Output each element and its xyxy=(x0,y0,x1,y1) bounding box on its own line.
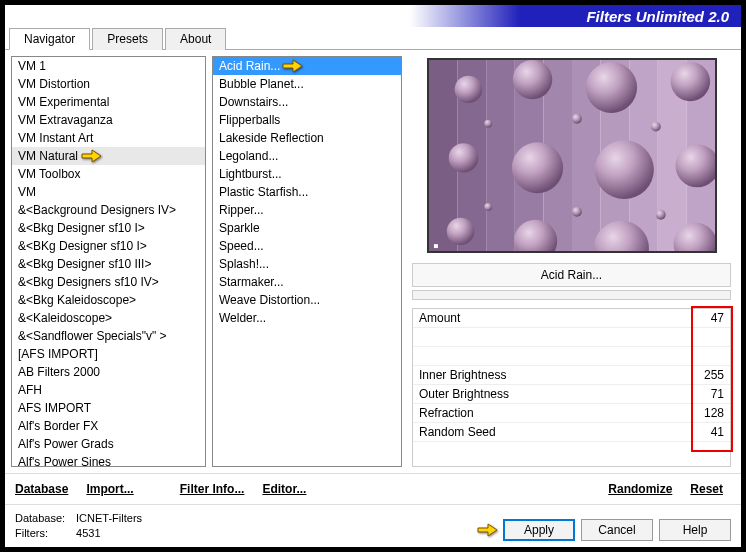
list-item[interactable]: VM Natural xyxy=(12,147,205,165)
list-item[interactable]: Flipperballs xyxy=(213,111,401,129)
list-item[interactable]: &<Kaleidoscope> xyxy=(12,309,205,327)
list-item[interactable]: Legoland... xyxy=(213,147,401,165)
database-link[interactable]: Database xyxy=(15,482,68,496)
list-item[interactable]: Bubble Planet... xyxy=(213,75,401,93)
list-item[interactable]: Ripper... xyxy=(213,201,401,219)
parameter-panel: Amount47..Inner Brightness255Outer Brigh… xyxy=(412,308,731,467)
list-item[interactable]: VM Instant Art xyxy=(12,129,205,147)
filters-value: 4531 xyxy=(76,526,100,541)
db-label: Database: xyxy=(15,511,73,526)
list-item[interactable]: Welder... xyxy=(213,309,401,327)
svg-point-13 xyxy=(670,62,709,101)
param-label: Refraction xyxy=(419,406,689,420)
svg-point-27 xyxy=(655,210,665,220)
import-link[interactable]: Import... xyxy=(86,482,133,496)
list-item[interactable]: VM Extravaganza xyxy=(12,111,205,129)
list-item[interactable]: Starmaker... xyxy=(213,273,401,291)
param-row-empty: . xyxy=(413,328,730,347)
param-label: Random Seed xyxy=(419,425,689,439)
preview-image xyxy=(427,58,717,253)
db-value: ICNET-Filters xyxy=(76,511,142,526)
param-label: Outer Brightness xyxy=(419,387,689,401)
randomize-link[interactable]: Randomize xyxy=(608,482,672,496)
footer-buttons: Apply Cancel Help xyxy=(503,519,731,541)
param-row[interactable]: Inner Brightness255 xyxy=(413,366,730,385)
category-list[interactable]: VM 1VM DistortionVM ExperimentalVM Extra… xyxy=(11,56,206,467)
list-item[interactable]: Alf's Power Grads xyxy=(12,435,205,453)
list-item[interactable]: Downstairs... xyxy=(213,93,401,111)
param-value: 128 xyxy=(689,406,724,420)
list-item[interactable]: VM xyxy=(12,183,205,201)
param-row[interactable]: Refraction128 xyxy=(413,404,730,423)
footer: Database: ICNET-Filters Filters: 4531 Ap… xyxy=(5,504,741,547)
svg-point-24 xyxy=(650,122,660,132)
list-item[interactable]: Alf's Power Sines xyxy=(12,453,205,467)
list-item[interactable]: Alf's Border FX xyxy=(12,417,205,435)
cancel-button[interactable]: Cancel xyxy=(581,519,653,541)
svg-point-25 xyxy=(484,203,492,211)
param-value: 41 xyxy=(689,425,724,439)
svg-point-11 xyxy=(512,60,551,99)
pointer-icon xyxy=(281,56,305,75)
filters-label: Filters: xyxy=(15,526,73,541)
footer-info: Database: ICNET-Filters Filters: 4531 xyxy=(15,511,503,541)
param-row[interactable]: Random Seed41 xyxy=(413,423,730,442)
tab-presets[interactable]: Presets xyxy=(92,28,163,50)
list-item[interactable]: Splash!... xyxy=(213,255,401,273)
list-item[interactable]: &<Bkg Kaleidoscope> xyxy=(12,291,205,309)
param-label: . xyxy=(419,349,689,363)
list-item[interactable]: AB Filters 2000 xyxy=(12,363,205,381)
svg-point-14 xyxy=(448,143,478,172)
param-row[interactable]: Outer Brightness71 xyxy=(413,385,730,404)
param-row[interactable]: Amount47 xyxy=(413,309,730,328)
svg-point-10 xyxy=(454,76,482,103)
list-item[interactable]: &<BKg Designer sf10 I> xyxy=(12,237,205,255)
pointer-icon xyxy=(80,145,104,165)
tab-about[interactable]: About xyxy=(165,28,226,50)
list-item[interactable]: &<Bkg Designers sf10 IV> xyxy=(12,273,205,291)
editor-link[interactable]: Editor... xyxy=(262,482,306,496)
list-item[interactable]: Weave Distortion... xyxy=(213,291,401,309)
svg-point-12 xyxy=(585,62,636,113)
filter-name-label: Acid Rain... xyxy=(412,263,731,287)
param-row-empty: . xyxy=(413,347,730,366)
filter-info-link[interactable]: Filter Info... xyxy=(180,482,245,496)
filter-list[interactable]: Acid Rain...Bubble Planet...Downstairs..… xyxy=(212,56,402,467)
apply-button[interactable]: Apply xyxy=(503,519,575,541)
param-value: 71 xyxy=(689,387,724,401)
dialog-window: Filters Unlimited 2.0 NavigatorPresetsAb… xyxy=(4,4,742,548)
list-item[interactable]: AFH xyxy=(12,381,205,399)
list-item[interactable]: VM Experimental xyxy=(12,93,205,111)
preview-column: Acid Rain... Amount47..Inner Brightness2… xyxy=(408,56,735,467)
list-item[interactable]: VM 1 xyxy=(12,57,205,75)
list-item[interactable]: &<Bkg Designer sf10 III> xyxy=(12,255,205,273)
svg-point-16 xyxy=(594,140,653,199)
svg-point-15 xyxy=(511,142,562,193)
svg-rect-28 xyxy=(433,244,437,248)
list-item[interactable]: VM Distortion xyxy=(12,75,205,93)
param-label: Inner Brightness xyxy=(419,368,689,382)
reset-link[interactable]: Reset xyxy=(690,482,723,496)
help-button[interactable]: Help xyxy=(659,519,731,541)
progress-bar xyxy=(412,290,731,300)
list-item[interactable]: Acid Rain... xyxy=(213,57,401,75)
filter-column: Acid Rain...Bubble Planet...Downstairs..… xyxy=(212,56,402,467)
tab-navigator[interactable]: Navigator xyxy=(9,28,90,50)
list-item[interactable]: Plastic Starfish... xyxy=(213,183,401,201)
main-area: VM 1VM DistortionVM ExperimentalVM Extra… xyxy=(5,50,741,473)
list-item[interactable]: Sparkle xyxy=(213,219,401,237)
svg-point-18 xyxy=(446,218,474,245)
list-item[interactable]: AFS IMPORT xyxy=(12,399,205,417)
list-item[interactable]: &<Sandflower Specials"v" > xyxy=(12,327,205,345)
param-label: . xyxy=(419,330,689,344)
list-item[interactable]: VM Toolbox xyxy=(12,165,205,183)
list-item[interactable]: [AFS IMPORT] xyxy=(12,345,205,363)
svg-point-23 xyxy=(572,114,582,124)
list-item[interactable]: &<Background Designers IV> xyxy=(12,201,205,219)
list-item[interactable]: Lakeside Reflection xyxy=(213,129,401,147)
param-value: 47 xyxy=(689,311,724,325)
category-column: VM 1VM DistortionVM ExperimentalVM Extra… xyxy=(11,56,206,467)
list-item[interactable]: Lightburst... xyxy=(213,165,401,183)
list-item[interactable]: Speed... xyxy=(213,237,401,255)
list-item[interactable]: &<Bkg Designer sf10 I> xyxy=(12,219,205,237)
